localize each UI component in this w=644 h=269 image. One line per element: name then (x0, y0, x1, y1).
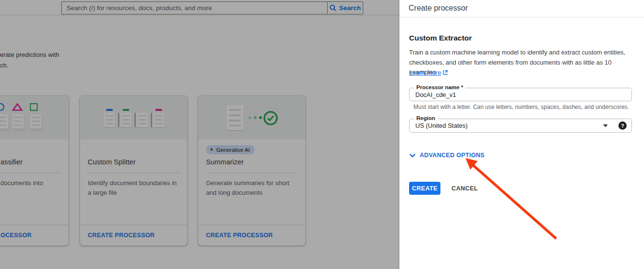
dropdown-arrow-icon (603, 124, 608, 127)
region-label: Region (414, 115, 438, 121)
region-select[interactable]: Region US (United States) ? (409, 119, 632, 133)
learn-more-link[interactable]: Learn more (409, 69, 448, 76)
advanced-options-toggle[interactable]: ADVANCED OPTIONS (409, 152, 484, 159)
chevron-down-icon (409, 153, 416, 158)
panel-title: Create processor (409, 4, 468, 13)
processor-name-helper-text: Must start with a letter. Can use letter… (413, 104, 629, 110)
cancel-button[interactable]: CANCEL (446, 182, 483, 195)
modal-scrim[interactable] (0, 0, 400, 269)
create-button[interactable]: CREATE (409, 182, 440, 195)
app-viewport: Search erate predictions with ch. assifi… (0, 0, 644, 269)
region-help-icon[interactable]: ? (618, 121, 627, 130)
processor-name-field[interactable]: Processor name * (409, 88, 632, 101)
processor-type-heading: Custom Extractor (409, 34, 472, 42)
processor-name-label: Processor name * (414, 84, 466, 90)
region-selected-value: US (United States) (410, 122, 603, 129)
create-processor-panel: Create processor Custom Extractor Train … (399, 0, 644, 269)
external-link-icon (442, 70, 448, 75)
